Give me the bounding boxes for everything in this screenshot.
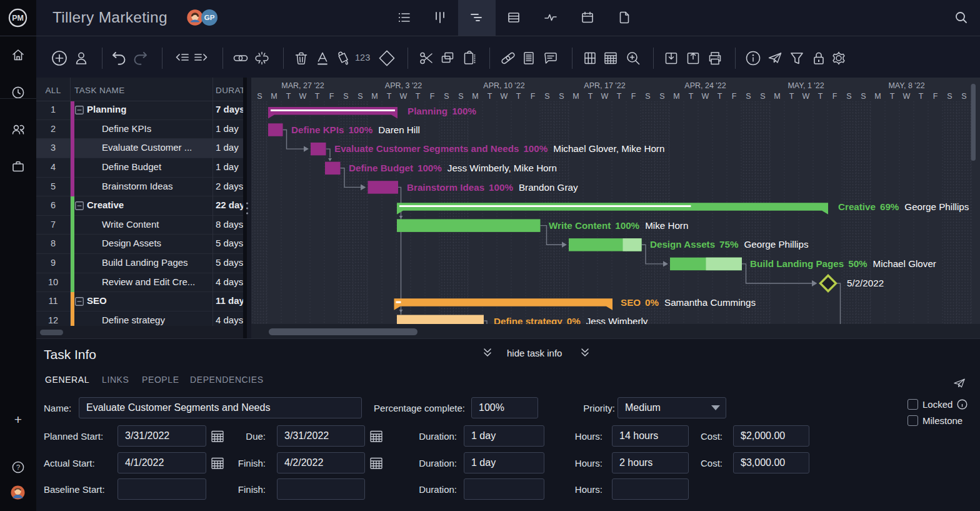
svg-text:5/2/2022: 5/2/2022 [847,278,884,288]
svg-text:Define KPIs100%Daren Hill: Define KPIs100%Daren Hill [291,124,420,135]
svg-text:F: F [329,92,334,101]
svg-text:F: F [531,92,536,101]
svg-text:APR, 3 '22: APR, 3 '22 [385,81,422,90]
svg-text:S: S [746,92,751,101]
svg-text:S: S [358,92,362,101]
svg-text:T: T [919,92,924,101]
svg-text:W: W [702,92,709,101]
svg-text:Build Landing Pages50%Michael: Build Landing Pages50%Michael Glover [750,258,936,269]
svg-text:APR, 10 '22: APR, 10 '22 [483,81,524,90]
svg-text:F: F [631,92,636,101]
svg-text:PM: PM [12,14,24,23]
svg-text:T: T [689,92,694,101]
svg-text:T: T [718,92,722,101]
svg-text:F: F [430,92,435,101]
svg-text:W: W [802,92,810,101]
svg-text:W: W [299,92,307,101]
svg-text:T: T [416,92,421,101]
svg-text:S: S [861,92,866,101]
svg-text:T: T [387,92,392,101]
svg-text:Evaluate Customer Segments and: Evaluate Customer Segments and Needs100%… [334,143,664,154]
svg-text:T: T [890,92,895,101]
svg-text:MAY, 8 '22: MAY, 8 '22 [888,81,924,90]
svg-text:MAY, 1 '22: MAY, 1 '22 [788,81,824,90]
svg-text:T: T [286,92,291,101]
svg-text:M: M [874,92,881,101]
svg-text:S: S [257,92,262,101]
svg-text:M: M [371,92,378,101]
svg-text:T: T [315,92,320,101]
svg-text:APR, 24 '22: APR, 24 '22 [684,81,726,90]
svg-text:T: T [588,92,593,101]
svg-text:S: S [659,92,664,101]
svg-text:M: M [774,92,780,101]
svg-text:T: T [516,92,521,101]
svg-text:S: S [961,92,966,101]
svg-text:S: S [444,92,449,101]
svg-text:Planning100%: Planning100% [408,106,476,116]
svg-text:Define Budget100%Jess Wimberly: Define Budget100%Jess Wimberly, Mike Hor… [349,163,557,173]
svg-text:W: W [400,92,408,101]
svg-text:Design Assets75%George Phillip: Design Assets75%George Phillips [650,239,809,250]
svg-text:S: S [458,92,463,101]
svg-text:S: S [645,92,650,101]
svg-text:S: S [947,92,952,101]
svg-text:Write Content100%Mike Horn: Write Content100%Mike Horn [549,220,688,231]
svg-text:F: F [732,92,737,101]
svg-text:Brainstorm Ideas100%Brandon Gr: Brainstorm Ideas100%Brandon Gray [407,182,578,193]
svg-text:S: S [846,92,851,101]
svg-text:S: S [559,92,564,101]
svg-text:W: W [903,92,911,101]
svg-text:M: M [673,92,679,101]
svg-text:T: T [488,92,492,101]
svg-text:T: T [617,92,622,101]
svg-text:M: M [271,92,277,101]
svg-text:S: S [544,92,549,101]
svg-text:T: T [789,92,794,101]
svg-text:M: M [472,92,478,101]
svg-text:T: T [818,92,823,101]
svg-text:MAR, 27 '22: MAR, 27 '22 [281,81,324,90]
svg-text:W: W [601,92,609,101]
svg-text:W: W [501,92,508,101]
svg-text:M: M [572,92,579,101]
svg-text:F: F [832,92,838,101]
svg-text:APR, 17 '22: APR, 17 '22 [584,81,625,90]
svg-text:GP: GP [204,14,215,21]
svg-text:?: ? [16,463,20,471]
svg-text:F: F [933,92,938,101]
svg-text:S: S [760,92,765,101]
svg-text:S: S [343,92,348,101]
